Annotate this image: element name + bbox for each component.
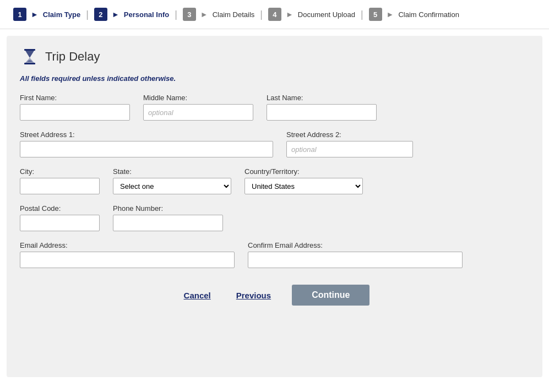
- email-label: Email Address:: [20, 241, 235, 249]
- svg-rect-0: [24, 49, 35, 51]
- previous-button[interactable]: Previous: [232, 288, 275, 302]
- phone-group: Phone Number:: [113, 204, 223, 231]
- city-input[interactable]: [20, 178, 100, 194]
- last-name-label: Last Name:: [267, 94, 377, 102]
- street1-input[interactable]: [20, 141, 273, 157]
- first-name-input[interactable]: [20, 104, 130, 121]
- confirm-email-input[interactable]: [248, 252, 463, 268]
- email-row: Email Address: Confirm Email Address:: [20, 241, 529, 268]
- postal-label: Postal Code:: [20, 204, 100, 213]
- step-nav: 1 ► Claim Type | 2 ► Personal Info | 3 ►…: [0, 0, 549, 29]
- postal-group: Postal Code:: [20, 204, 100, 231]
- step-5-arrow: ►: [387, 10, 394, 19]
- step-4-label: Document Upload: [298, 10, 355, 19]
- first-name-group: First Name:: [20, 94, 130, 121]
- postal-input[interactable]: [20, 215, 100, 231]
- main-content: Trip Delay All fields required unless in…: [7, 36, 542, 377]
- step-3[interactable]: 3 ► Claim Details: [178, 6, 259, 23]
- street1-label: Street Address 1:: [20, 130, 273, 139]
- last-name-group: Last Name:: [267, 94, 377, 121]
- form-title-row: Trip Delay: [20, 47, 529, 67]
- name-row: First Name: Middle Name: Last Name:: [20, 94, 529, 121]
- middle-name-group: Middle Name:: [143, 94, 253, 121]
- step-3-label: Claim Details: [213, 10, 255, 19]
- confirm-email-group: Confirm Email Address:: [248, 241, 463, 268]
- step-sep-3: |: [259, 9, 264, 20]
- step-4[interactable]: 4 ► Document Upload: [264, 6, 360, 23]
- step-3-badge: 3: [183, 8, 196, 21]
- required-note: All fields required unless indicated oth…: [20, 74, 529, 83]
- step-1-arrow: ►: [31, 10, 39, 19]
- step-2-label: Personal Info: [124, 10, 169, 19]
- street2-input[interactable]: [286, 141, 413, 157]
- step-3-arrow: ►: [200, 10, 208, 19]
- state-group: State: Select oneAlabamaAlaskaArizonaArk…: [113, 167, 231, 194]
- state-select[interactable]: Select oneAlabamaAlaskaArizonaArkansasCa…: [113, 178, 231, 194]
- step-5[interactable]: 5 ► Claim Confirmation: [365, 6, 464, 23]
- confirm-email-label: Confirm Email Address:: [248, 241, 463, 249]
- step-5-badge: 5: [369, 8, 382, 21]
- postal-phone-row: Postal Code: Phone Number:: [20, 204, 529, 231]
- address-row: Street Address 1: Street Address 2:: [20, 130, 529, 157]
- state-label: State:: [113, 167, 231, 176]
- phone-input[interactable]: [113, 215, 223, 231]
- continue-button[interactable]: Continue: [292, 285, 369, 306]
- step-sep-2: |: [173, 9, 178, 20]
- city-group: City:: [20, 167, 100, 194]
- page-title: Trip Delay: [45, 50, 100, 64]
- country-group: Country/Territory: United StatesCanadaUn…: [244, 167, 363, 194]
- step-1-label: Claim Type: [43, 10, 80, 19]
- step-2[interactable]: 2 ► Personal Info: [90, 6, 173, 23]
- step-5-label: Claim Confirmation: [398, 10, 459, 19]
- step-sep-1: |: [85, 9, 90, 20]
- svg-rect-1: [24, 63, 35, 64]
- step-sep-4: |: [360, 9, 365, 20]
- email-input[interactable]: [20, 252, 235, 268]
- button-row: Cancel Previous Continue: [20, 285, 529, 306]
- last-name-input[interactable]: [267, 104, 377, 121]
- hourglass-icon: [20, 47, 40, 67]
- phone-label: Phone Number:: [113, 204, 223, 213]
- step-4-badge: 4: [268, 8, 281, 21]
- middle-name-label: Middle Name:: [143, 94, 253, 102]
- city-state-country-row: City: State: Select oneAlabamaAlaskaAriz…: [20, 167, 529, 194]
- street1-group: Street Address 1:: [20, 130, 273, 157]
- step-2-badge: 2: [94, 8, 107, 21]
- step-1[interactable]: 1 ► Claim Type: [9, 6, 85, 23]
- cancel-button[interactable]: Cancel: [180, 288, 215, 302]
- country-select[interactable]: United StatesCanadaUnited KingdomAustral…: [244, 178, 363, 194]
- country-label: Country/Territory:: [244, 167, 363, 176]
- middle-name-input[interactable]: [143, 104, 253, 121]
- step-1-badge: 1: [13, 8, 26, 21]
- step-2-arrow: ►: [112, 10, 119, 19]
- city-label: City:: [20, 167, 100, 176]
- step-4-arrow: ►: [286, 10, 293, 19]
- first-name-label: First Name:: [20, 94, 130, 102]
- street2-group: Street Address 2:: [286, 130, 413, 157]
- street2-label: Street Address 2:: [286, 130, 413, 139]
- email-group: Email Address:: [20, 241, 235, 268]
